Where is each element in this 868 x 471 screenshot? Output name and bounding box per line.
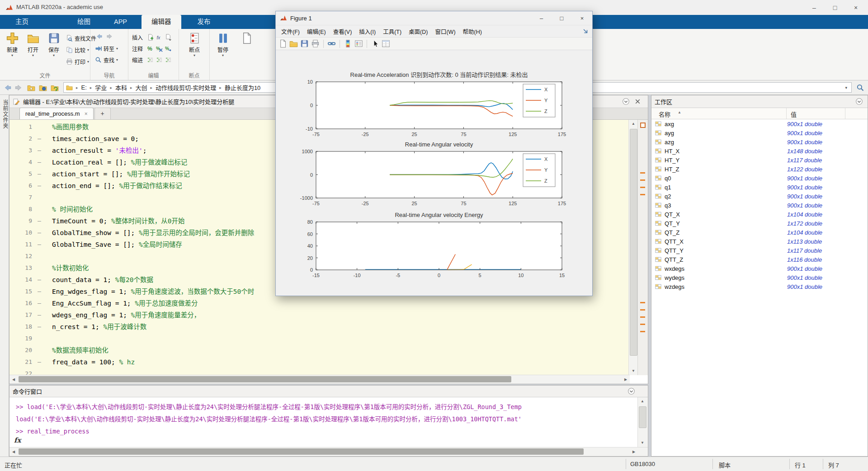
workspace-variable-row[interactable]: azg900x1 double <box>651 137 868 146</box>
scroll-up-arrow[interactable]: ▲ <box>638 397 647 405</box>
comment-icon[interactable] <box>147 45 154 52</box>
breadcrumb-item[interactable]: 大创 <box>135 83 147 92</box>
code-line[interactable]: 16–Eng_AccSum_flag = 1; %用于总加速度做差分 <box>9 297 630 309</box>
warning-marker[interactable] <box>640 179 645 181</box>
warning-marker[interactable] <box>640 194 645 195</box>
uncomment-icon[interactable] <box>156 45 163 52</box>
insert-legend-icon[interactable] <box>354 39 363 48</box>
code-line[interactable]: 19 <box>9 333 630 344</box>
workspace-variable-row[interactable]: wzdegs900x1 double <box>651 282 868 291</box>
angular-velocity-energy-plot[interactable]: -15-10-5051015806040200Real-time Angular… <box>289 210 583 282</box>
refresh-folder-icon[interactable] <box>51 84 59 92</box>
breadcrumb-item[interactable]: E: <box>81 84 87 91</box>
warning-marker[interactable] <box>640 302 645 303</box>
warning-marker[interactable] <box>640 309 645 311</box>
folder-up-icon[interactable] <box>27 84 35 92</box>
workspace-variable-row[interactable]: HT_Y1x117 double <box>651 155 868 165</box>
dock-figure-icon[interactable] <box>582 28 589 34</box>
figure-minimize-button[interactable]: – <box>531 11 552 25</box>
workspace-variable-row[interactable]: QTT_Y1x117 double <box>651 246 868 255</box>
breadcrumb-item[interactable]: 静止长度为10 <box>225 83 260 92</box>
editor-menu-icon[interactable] <box>622 98 630 105</box>
workspace-column-headers[interactable]: 名称 ▲ 值 <box>651 108 868 119</box>
ribbon-tab-editor[interactable]: 编辑器 <box>142 15 181 29</box>
workspace-variable-row[interactable]: QT_X1x104 double <box>651 210 868 219</box>
forward-arrow-icon[interactable] <box>106 33 113 40</box>
nav-back-icon[interactable] <box>4 84 12 92</box>
column-name[interactable]: 名称 <box>659 110 670 118</box>
open-button[interactable]: 打开▾ <box>23 29 43 58</box>
code-line[interactable]: 18–n_crest = 1; %用于波峰计数 <box>9 321 630 333</box>
tab-close-icon[interactable]: × <box>85 111 88 117</box>
new-tab-button[interactable]: + <box>94 108 111 119</box>
figure-titlebar[interactable]: Figure 1 – □ × <box>276 11 592 25</box>
editor-horizontal-scrollbar[interactable]: ◀ ▶ <box>9 375 630 384</box>
figure-menu-item[interactable]: 查看(V) <box>330 27 356 36</box>
code-line[interactable]: 21–freq_data = 100; % hz <box>9 356 630 368</box>
warning-marker[interactable] <box>640 324 645 325</box>
scroll-down-arrow[interactable]: ▼ <box>638 439 647 447</box>
figure-menu-item[interactable]: 桌面(D) <box>405 27 431 36</box>
insert-colorbar-icon[interactable] <box>344 39 352 48</box>
insert-section-icon[interactable] <box>147 34 154 41</box>
workspace-variable-row[interactable]: QT_Z1x104 double <box>651 228 868 237</box>
editor-close-icon[interactable] <box>634 98 642 105</box>
figure-menu-item[interactable]: 工具(T) <box>379 27 405 36</box>
pause-button[interactable]: 暂停▾ <box>212 29 233 58</box>
figure-close-button[interactable]: × <box>572 11 592 25</box>
collapsed-current-folder-panel[interactable]: 当前文件夹 <box>0 95 9 457</box>
find-button[interactable]: 查找▾ <box>95 55 118 65</box>
command-window-content[interactable]: >> load('E:\学业\本科\大创\动作线段剪切-实时处理\静止长度为24… <box>9 397 638 447</box>
command-vertical-scrollbar[interactable]: ▲ ▼ <box>637 397 648 447</box>
warning-marker[interactable] <box>640 331 645 332</box>
ribbon-tab-plots[interactable]: 绘图 <box>67 15 100 29</box>
figure-menu-item[interactable]: 编辑(E) <box>303 27 330 36</box>
folder-search-icon[interactable] <box>856 84 864 92</box>
warning-marker[interactable] <box>640 316 645 318</box>
workspace-variable-row[interactable]: HT_Z1x122 double <box>651 165 868 174</box>
insert-block-icon[interactable] <box>165 34 172 41</box>
figure-maximize-button[interactable]: □ <box>552 11 572 25</box>
command-horizontal-scrollbar[interactable]: ◀ ▶ <box>9 447 648 456</box>
breakpoints-button[interactable]: 断点▾ <box>184 29 205 58</box>
figure-window[interactable]: Figure 1 – □ × 文件(F)编辑(E)查看(V)插入(I)工具(T)… <box>275 11 593 296</box>
pointer-tool-icon[interactable] <box>371 39 379 48</box>
figure-menu-item[interactable]: 窗口(W) <box>431 27 459 36</box>
code-line[interactable]: 20%数据流频率初始化 <box>9 344 630 356</box>
figure-menu-item[interactable]: 插入(I) <box>355 27 379 36</box>
workspace-variable-row[interactable]: q1900x1 double <box>651 183 868 192</box>
workspace-menu-icon[interactable] <box>855 98 863 105</box>
scroll-right-arrow[interactable]: ▶ <box>630 447 638 456</box>
breadcrumb-item[interactable]: 动作线段剪切-实时处理 <box>156 83 216 92</box>
wrap-comment-icon[interactable] <box>165 45 172 52</box>
warning-marker[interactable] <box>640 172 645 174</box>
figure-menu-item[interactable]: 帮助(H) <box>459 27 486 36</box>
new-figure-icon[interactable] <box>278 39 287 48</box>
indent-left-icon[interactable] <box>165 57 172 63</box>
column-value[interactable]: 值 <box>791 110 797 118</box>
workspace-variable-row[interactable]: wxdegs900x1 double <box>651 264 868 273</box>
workspace-variable-row[interactable]: ayg900x1 double <box>651 128 868 137</box>
scroll-up-arrow[interactable]: ▲ <box>629 120 638 128</box>
command-window-menu-icon[interactable] <box>627 387 635 395</box>
print-figure-icon[interactable] <box>311 39 320 48</box>
scroll-left-arrow[interactable]: ◀ <box>9 447 18 456</box>
editor-file-tab[interactable]: real_time_process.m × <box>19 108 94 119</box>
editor-vertical-scrollbar[interactable]: ▲ ▼ <box>628 120 638 375</box>
workspace-variable-row[interactable]: q3900x1 double <box>651 201 868 210</box>
goto-button[interactable]: 转至▾ <box>95 44 118 53</box>
close-button[interactable]: × <box>845 0 866 15</box>
nav-forward-icon[interactable] <box>14 84 23 92</box>
code-line[interactable]: 17–wdegs_eng_flag = 1; %用于角速度能量差分， <box>9 309 630 321</box>
workspace-variable-row[interactable]: q2900x1 double <box>651 192 868 201</box>
browse-folder-icon[interactable] <box>39 84 47 92</box>
workspace-variable-row[interactable]: HT_X1x148 double <box>651 146 868 155</box>
indent-right-icon[interactable] <box>156 57 163 63</box>
scroll-left-arrow[interactable]: ◀ <box>9 375 18 384</box>
message-indicator[interactable] <box>640 122 646 128</box>
ribbon-tab-apps[interactable]: APP <box>104 15 137 29</box>
smart-indent-icon[interactable] <box>147 57 154 63</box>
back-arrow-icon[interactable] <box>96 33 103 40</box>
ribbon-tab-publish[interactable]: 发布 <box>188 15 221 29</box>
figure-menu-item[interactable]: 文件(F) <box>278 27 303 36</box>
